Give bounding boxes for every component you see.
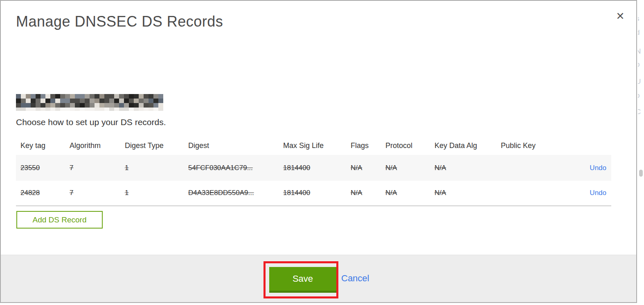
cell-digest-type: 1 (120, 181, 184, 206)
col-header-actions (557, 137, 611, 155)
cell-digest: D4A33E8DD550A9... (184, 181, 279, 206)
undo-link[interactable]: Undo (590, 189, 606, 197)
col-header-max-sig-life: Max Sig Life (279, 137, 346, 155)
edge-text-fragment: N (638, 47, 641, 56)
cell-max-sig-life: 1814400 (279, 181, 346, 206)
cell-digest: 54FCF030AA1C79... (184, 155, 279, 181)
edge-text-fragment: o (638, 92, 639, 100)
screen: Manage DNSSEC DS Records ✕ Choose how to… (0, 0, 644, 305)
edge-text-fragment: d (638, 29, 639, 37)
scrollbar-thumb[interactable] (639, 170, 643, 177)
add-ds-record-button[interactable]: Add DS Record (16, 211, 103, 229)
cell-flags: N/A (346, 155, 381, 181)
dialog-title: Manage DNSSEC DS Records (16, 13, 223, 30)
cell-protocol: N/A (381, 181, 430, 206)
table-header-row: Key tag Algorithm Digest Type Digest Max… (16, 137, 611, 155)
col-header-digest: Digest (184, 137, 279, 155)
col-header-key-data-alg: Key Data Alg (430, 137, 496, 155)
cell-public-key (496, 155, 557, 181)
table-row: 23550 7 1 54FCF030AA1C79... 1814400 N/A … (16, 155, 611, 181)
page-edge-strip: sdNoUoC (638, 0, 644, 305)
edge-text-fragment: C (638, 108, 641, 116)
redacted-domain-name (16, 94, 163, 111)
edge-text-fragment: s (638, 15, 639, 23)
manage-dnssec-dialog: Manage DNSSEC DS Records ✕ Choose how to… (0, 0, 637, 303)
edge-text-fragment: o (638, 61, 639, 69)
close-icon[interactable]: ✕ (613, 9, 627, 23)
cell-key-tag: 23550 (16, 155, 65, 181)
col-header-algorithm: Algorithm (65, 137, 120, 155)
cell-key-data-alg: N/A (430, 181, 496, 206)
cell-algorithm: 7 (65, 155, 120, 181)
edge-text-fragment: U (638, 78, 641, 86)
cell-protocol: N/A (381, 155, 430, 181)
cell-max-sig-life: 1814400 (279, 155, 346, 181)
cell-public-key (496, 181, 557, 206)
col-header-flags: Flags (346, 137, 381, 155)
col-header-public-key: Public Key (496, 137, 557, 155)
ds-records-table: Key tag Algorithm Digest Type Digest Max… (16, 137, 611, 206)
cell-key-data-alg: N/A (430, 155, 496, 181)
cell-action: Undo (557, 181, 611, 206)
save-button[interactable]: Save (269, 267, 336, 293)
cell-digest-type: 1 (120, 155, 184, 181)
table-row: 24828 7 1 D4A33E8DD550A9... 1814400 N/A … (16, 181, 611, 206)
undo-link[interactable]: Undo (590, 164, 606, 172)
cancel-link[interactable]: Cancel (341, 273, 369, 284)
cell-key-tag: 24828 (16, 181, 65, 206)
instruction-text: Choose how to set up your DS records. (16, 117, 166, 127)
col-header-protocol: Protocol (381, 137, 430, 155)
cell-action: Undo (557, 155, 611, 181)
col-header-digest-type: Digest Type (120, 137, 184, 155)
cell-algorithm: 7 (65, 181, 120, 206)
cell-flags: N/A (346, 181, 381, 206)
col-header-key-tag: Key tag (16, 137, 65, 155)
red-annotation-box: Save (263, 261, 338, 298)
dialog-footer: Save Cancel (1, 255, 636, 302)
